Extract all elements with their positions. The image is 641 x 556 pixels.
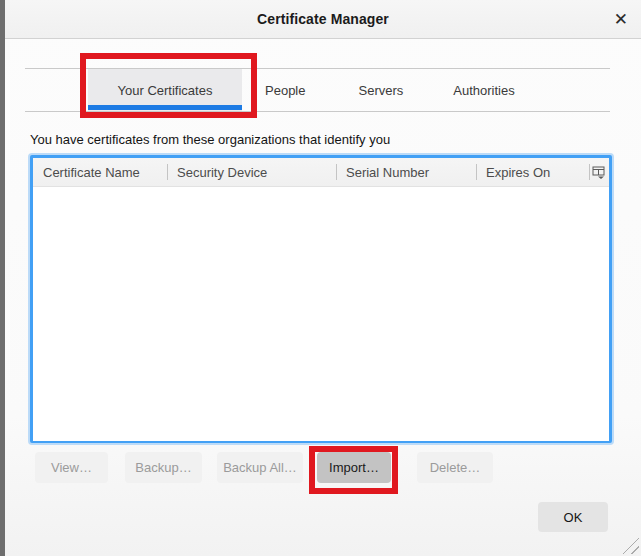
tab-authorities[interactable]: Authorities xyxy=(453,69,514,111)
ok-button[interactable]: OK xyxy=(538,502,608,532)
tab-servers[interactable]: Servers xyxy=(358,69,403,111)
certificate-list-body[interactable] xyxy=(33,187,609,441)
certificate-manager-dialog: Certificate Manager ✕ Your Certificates … xyxy=(5,0,641,556)
view-button[interactable]: View… xyxy=(35,452,108,483)
certificate-manager-screenshot: Certificate Manager ✕ Your Certificates … xyxy=(0,0,641,556)
column-header-security-device[interactable]: Security Device xyxy=(167,158,336,186)
column-header-serial-number[interactable]: Serial Number xyxy=(336,158,476,186)
column-picker-button[interactable] xyxy=(589,158,609,186)
backup-button[interactable]: Backup… xyxy=(125,452,202,483)
tab-people[interactable]: People xyxy=(265,69,305,111)
import-button[interactable]: Import… xyxy=(317,452,391,483)
column-header-certificate-name[interactable]: Certificate Name xyxy=(33,158,167,186)
tab-servers-label: Servers xyxy=(358,83,403,98)
delete-button[interactable]: Delete… xyxy=(417,452,493,483)
dialog-title: Certificate Manager xyxy=(257,11,389,27)
close-icon[interactable]: ✕ xyxy=(614,11,628,28)
tab-your-certificates[interactable]: Your Certificates xyxy=(88,69,242,111)
tab-description: You have certificates from these organiz… xyxy=(30,132,390,147)
tab-authorities-label: Authorities xyxy=(453,83,514,98)
tab-strip: Your Certificates People Servers Authori… xyxy=(25,68,610,112)
dialog-titlebar: Certificate Manager ✕ xyxy=(5,0,641,39)
column-header-expires-on[interactable]: Expires On xyxy=(476,158,589,186)
window-resize-grip[interactable] xyxy=(620,535,639,554)
certificate-table: Certificate Name Security Device Serial … xyxy=(30,155,612,443)
tab-people-label: People xyxy=(265,83,305,98)
action-button-row: View… Backup… Backup All… Import… Delete… xyxy=(35,452,493,483)
certificate-table-header: Certificate Name Security Device Serial … xyxy=(33,158,609,187)
column-picker-icon xyxy=(592,166,606,179)
tab-your-certificates-label: Your Certificates xyxy=(118,83,213,98)
backup-all-button[interactable]: Backup All… xyxy=(217,452,303,483)
